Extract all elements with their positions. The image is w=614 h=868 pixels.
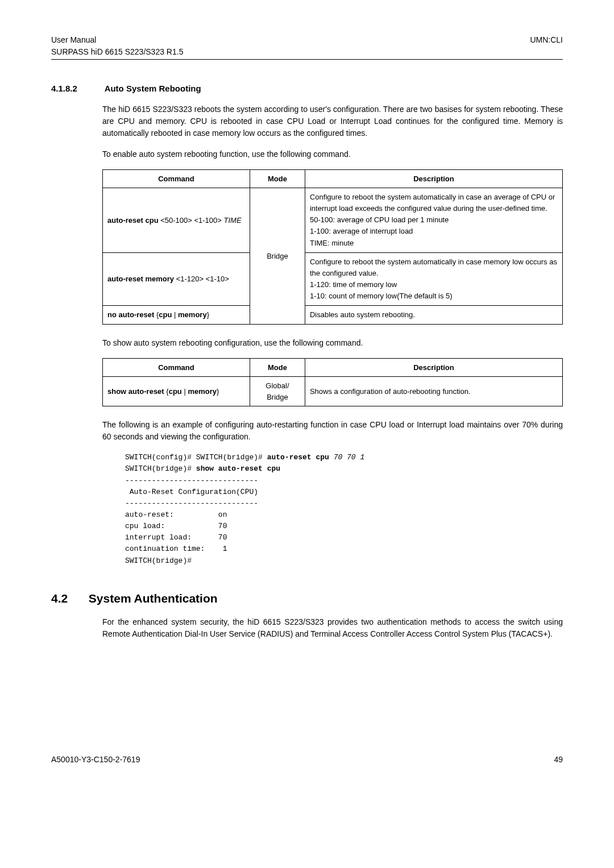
code-block: SWITCH(config)# SWITCH(bridge)# auto-res…: [125, 452, 563, 566]
section-title: Auto System Rebooting: [105, 84, 201, 93]
cmd-plain: |: [172, 310, 178, 319]
cmd-plain: }: [217, 387, 219, 396]
manual-title: User Manual: [51, 34, 183, 46]
desc-cell: Configure to reboot the system automatic…: [305, 188, 562, 253]
cmd-plain: {: [164, 387, 169, 396]
section-heading: 4.1.8.2 Auto System Rebooting: [51, 82, 563, 95]
table-row: auto-reset cpu <50-100> <1-100> TIME Bri…: [103, 188, 563, 253]
desc-line: 50-100: average of CPU load per 1 minute: [310, 214, 558, 226]
para: To enable auto system rebooting function…: [102, 148, 563, 160]
page-footer: A50010-Y3-C150-2-7619 49: [51, 754, 563, 766]
code-text: SWITCH(bridge)#: [125, 556, 192, 565]
code-bold: show auto-reset cpu: [196, 464, 280, 473]
product-line: SURPASS hiD 6615 S223/S323 R1.5: [51, 46, 183, 58]
th-description: Description: [305, 358, 562, 377]
footer-left: A50010-Y3-C150-2-7619: [51, 754, 140, 766]
th-description: Description: [305, 169, 562, 188]
para: The following is an example of configuri…: [102, 419, 563, 443]
th-command: Command: [103, 358, 250, 377]
cmd-bold: cpu: [159, 310, 172, 319]
desc-cell: Disables auto system rebooting.: [305, 306, 562, 325]
th-mode: Mode: [250, 169, 305, 188]
header-left: User Manual SURPASS hiD 6615 S223/S323 R…: [51, 34, 183, 58]
code-text: auto-reset: on: [125, 510, 227, 519]
cmd-cell: no auto-reset {cpu | memory}: [103, 306, 250, 325]
mode-cell: Bridge: [250, 188, 305, 325]
section-number: 4.1.8.2: [51, 82, 102, 95]
cmd-bold: memory: [188, 387, 217, 396]
cmd-plain: <50-100> <1-100>: [159, 216, 224, 225]
desc-line: Configure to reboot the system automatic…: [310, 256, 558, 279]
section-number: 4.2: [51, 589, 85, 608]
desc-line: 1-100: average of interrupt load: [310, 226, 558, 237]
cmd-bold: auto-reset cpu: [107, 216, 159, 225]
header-right: UMN:CLI: [530, 34, 563, 58]
desc-line: 1-10: count of memory low(The default is…: [310, 290, 558, 302]
command-table-2: Command Mode Description show auto-reset…: [102, 358, 563, 407]
th-command: Command: [103, 169, 250, 188]
table-row: auto-reset memory <1-120> <1-10> Configu…: [103, 252, 563, 306]
code-text: cpu load: 70: [125, 522, 227, 530]
th-mode: Mode: [250, 358, 305, 377]
code-text: Auto-Reset Configuration(CPU): [125, 488, 258, 496]
cmd-plain: |: [182, 387, 188, 396]
cmd-cell: show auto-reset {cpu | memory}: [103, 377, 250, 406]
para: The hiD 6615 S223/S323 reboots the syste…: [102, 103, 563, 139]
desc-line: TIME: minute: [310, 238, 558, 249]
section-title: System Authentication: [89, 592, 218, 605]
cmd-bold: memory: [178, 310, 207, 319]
para: For the enhanced system security, the hi…: [102, 616, 563, 640]
cmd-plain: <1-120> <1-10>: [174, 275, 229, 283]
mode-cell: Global/ Bridge: [250, 377, 305, 406]
command-table-1: Command Mode Description auto-reset cpu …: [102, 169, 563, 325]
cmd-cell: auto-reset cpu <50-100> <1-100> TIME: [103, 188, 250, 253]
desc-cell: Shows a configuration of auto-rebooting …: [305, 377, 562, 406]
code-bold: auto-reset cpu: [267, 453, 329, 462]
para: To show auto system rebooting configurat…: [102, 337, 563, 349]
footer-right: 49: [554, 754, 563, 766]
code-text: ------------------------------: [125, 476, 258, 485]
code-text: SWITCH(bridge)#: [125, 464, 196, 473]
page-header: User Manual SURPASS hiD 6615 S223/S323 R…: [51, 34, 563, 60]
cmd-bold: cpu: [169, 387, 182, 396]
code-text: ------------------------------: [125, 499, 258, 508]
table-row: no auto-reset {cpu | memory} Disables au…: [103, 306, 563, 325]
desc-cell: Configure to reboot the system automatic…: [305, 252, 562, 306]
desc-line: Configure to reboot the system automatic…: [310, 192, 558, 214]
code-text: interrupt load: 70: [125, 533, 227, 542]
desc-line: 1-120: time of memory low: [310, 279, 558, 290]
code-text: continuation time: 1: [125, 545, 227, 553]
cmd-bold: auto-reset memory: [107, 275, 174, 283]
cmd-cell: auto-reset memory <1-120> <1-10>: [103, 252, 250, 306]
table-row: show auto-reset {cpu | memory} Global/ B…: [103, 377, 563, 406]
cmd-plain: }: [207, 310, 209, 319]
cmd-ital: TIME: [224, 216, 242, 225]
cmd-bold: no auto-reset: [107, 310, 154, 319]
code-ital: 70 70 1: [329, 453, 364, 462]
code-text: SWITCH(config)# SWITCH(bridge)#: [125, 453, 267, 462]
section-heading: 4.2 System Authentication: [51, 589, 563, 608]
cmd-bold: show auto-reset: [107, 387, 164, 396]
